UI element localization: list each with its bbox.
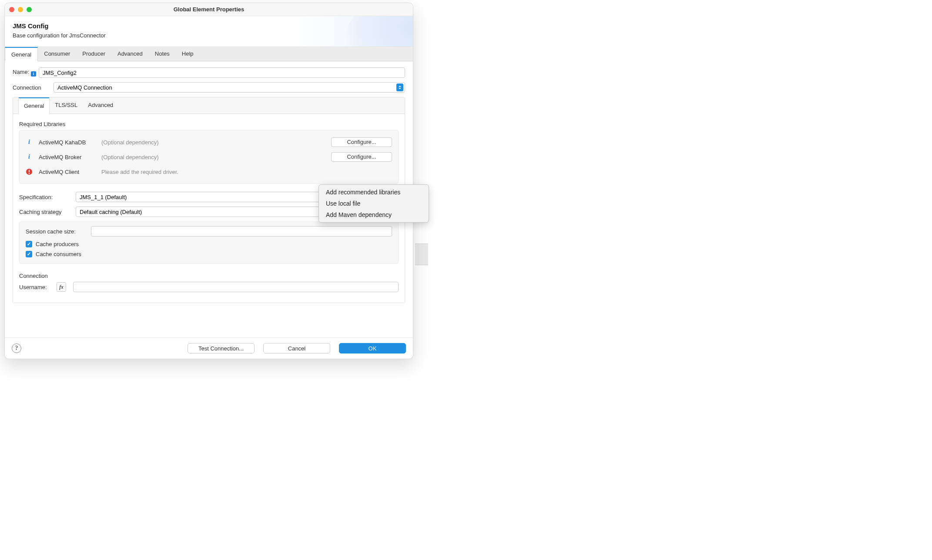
connection-select[interactable]: ActiveMQ Connection (54, 82, 405, 93)
maximize-window-button[interactable] (27, 7, 32, 12)
warning-icon (26, 168, 33, 175)
menu-use-local-file[interactable]: Use local file (319, 198, 429, 209)
connection-label: Connection (13, 84, 50, 91)
library-hint: Please add the required driver. (101, 169, 325, 175)
specification-label: Specification: (19, 194, 71, 200)
connection-select-value: ActiveMQ Connection (54, 82, 405, 93)
main-tabs: General Consumer Producer Advanced Notes… (5, 47, 413, 61)
fx-icon[interactable]: fx (57, 282, 66, 292)
menu-add-recommended-libraries[interactable]: Add recommended libraries (319, 187, 429, 198)
svg-rect-1 (29, 170, 30, 173)
configure-popup-menu: Add recommended libraries Use local file… (318, 184, 429, 223)
cache-group: Session cache size: Cache producers Cach… (19, 221, 399, 264)
tab-general[interactable]: General (5, 47, 38, 61)
name-input[interactable] (39, 67, 405, 78)
global-element-properties-dialog: Global Element Properties JMS Config Bas… (4, 3, 413, 359)
library-row: i ActiveMQ KahaDB (Optional dependency) … (26, 135, 392, 150)
username-label: Username: (19, 284, 52, 290)
cache-consumers-row[interactable]: Cache consumers (26, 249, 392, 259)
info-icon: i (26, 153, 33, 160)
library-hint: (Optional dependency) (101, 154, 325, 160)
tab-notes[interactable]: Notes (149, 47, 176, 61)
session-cache-size-input[interactable] (91, 226, 392, 237)
inner-tab-advanced[interactable]: Advanced (83, 97, 118, 113)
configure-button[interactable]: Configure... (331, 152, 392, 162)
menu-add-maven-dependency[interactable]: Add Maven dependency (319, 209, 429, 220)
footer-buttons: Test Connection... Cancel OK (188, 343, 406, 353)
config-subtitle: Base configuration for JmsConnector (13, 32, 405, 39)
tab-producer[interactable]: Producer (76, 47, 111, 61)
username-row: Username: fx (19, 282, 399, 292)
footer: ? Test Connection... Cancel OK (5, 337, 413, 359)
background-panel (415, 243, 428, 265)
cache-producers-label: Cache producers (36, 241, 79, 247)
name-row: Name: i (13, 67, 405, 78)
svg-point-2 (29, 173, 30, 174)
username-input[interactable] (73, 282, 399, 292)
session-cache-size-row: Session cache size: (26, 226, 392, 237)
required-libraries-label: Required Libraries (19, 121, 399, 127)
library-hint: (Optional dependency) (101, 139, 325, 146)
name-label-text: Name: (13, 69, 29, 75)
info-icon: i (31, 71, 36, 77)
configure-button[interactable]: Configure... (331, 137, 392, 147)
cancel-button[interactable]: Cancel (263, 343, 330, 353)
close-window-button[interactable] (9, 7, 14, 12)
library-name: ActiveMQ Client (39, 169, 95, 175)
cache-consumers-label: Cache consumers (36, 251, 81, 257)
chevron-updown-icon (396, 83, 403, 91)
titlebar: Global Element Properties (5, 3, 413, 16)
ok-button[interactable]: OK (339, 343, 406, 353)
inner-tabs: General TLS/SSL Advanced (13, 97, 405, 114)
name-label: Name: i (13, 69, 35, 77)
connection-row: Connection ActiveMQ Connection (13, 82, 405, 93)
config-title: JMS Config (13, 22, 405, 30)
required-libraries-group: i ActiveMQ KahaDB (Optional dependency) … (19, 130, 399, 184)
library-row: ActiveMQ Client Please add the required … (26, 164, 392, 179)
cache-producers-row[interactable]: Cache producers (26, 239, 392, 249)
inner-tab-tlsssl[interactable]: TLS/SSL (50, 97, 83, 113)
connection-value-text: ActiveMQ Connection (57, 84, 112, 91)
tab-help[interactable]: Help (176, 47, 200, 61)
cache-producers-checkbox[interactable] (26, 241, 32, 247)
info-icon: i (26, 139, 33, 146)
minimize-window-button[interactable] (18, 7, 23, 12)
caching-strategy-label: Caching strategy (19, 209, 71, 215)
connection-section-label: Connection (19, 273, 399, 279)
specification-value-text: JMS_1_1 (Default) (80, 194, 127, 200)
library-row: i ActiveMQ Broker (Optional dependency) … (26, 150, 392, 164)
cache-consumers-checkbox[interactable] (26, 251, 32, 257)
tab-advanced[interactable]: Advanced (111, 47, 149, 61)
header-section: JMS Config Base configuration for JmsCon… (5, 16, 413, 47)
inner-tab-general[interactable]: General (18, 97, 50, 114)
test-connection-button[interactable]: Test Connection... (188, 343, 255, 353)
traffic-lights (9, 7, 32, 12)
library-name: ActiveMQ Broker (39, 154, 95, 160)
tab-consumer[interactable]: Consumer (38, 47, 76, 61)
caching-strategy-value-text: Default caching (Default) (80, 209, 142, 215)
session-cache-size-label: Session cache size: (26, 228, 87, 235)
window-title: Global Element Properties (5, 6, 413, 13)
library-name: ActiveMQ KahaDB (39, 139, 95, 146)
help-icon[interactable]: ? (12, 343, 21, 353)
